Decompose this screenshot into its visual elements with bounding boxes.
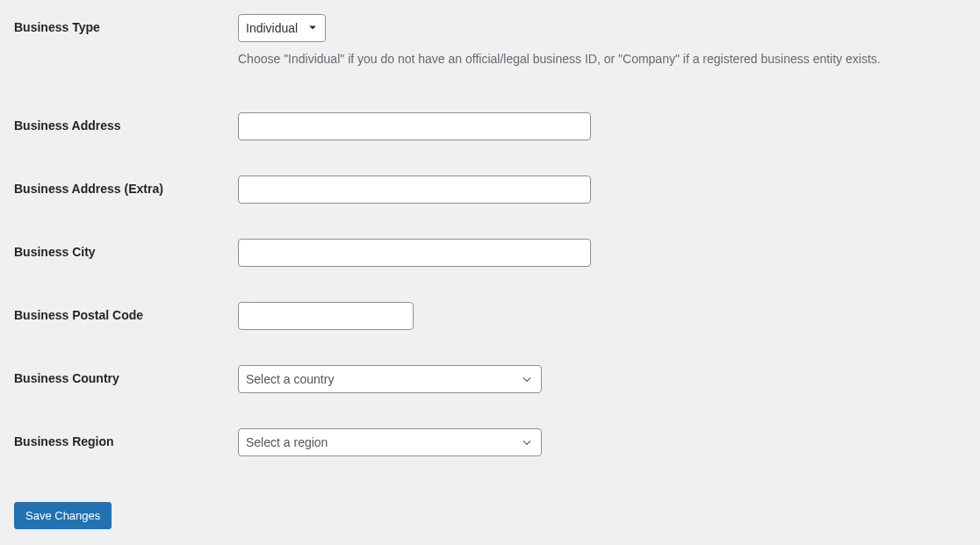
business-postal-code-row: Business Postal Code xyxy=(14,302,966,330)
business-city-input[interactable] xyxy=(238,239,591,267)
business-address-label: Business Address xyxy=(14,118,121,133)
business-country-placeholder: Select a country xyxy=(246,372,334,386)
chevron-down-icon xyxy=(520,435,534,449)
save-changes-button[interactable]: Save Changes xyxy=(14,502,112,529)
business-postal-code-label: Business Postal Code xyxy=(14,308,143,322)
business-address-extra-row: Business Address (Extra) xyxy=(14,176,966,204)
business-city-label: Business City xyxy=(14,245,96,259)
business-address-input[interactable] xyxy=(238,112,591,140)
business-region-row: Business Region Select a region xyxy=(14,428,966,456)
business-region-select[interactable]: Select a region xyxy=(238,428,542,456)
business-address-extra-input[interactable] xyxy=(238,176,591,204)
business-region-placeholder: Select a region xyxy=(246,435,328,449)
business-country-label: Business Country xyxy=(14,371,119,385)
business-type-help-text: Choose "Individual" if you do not have a… xyxy=(238,51,966,68)
business-type-row: Business Type Individual Choose "Individ… xyxy=(14,14,966,68)
business-country-row: Business Country Select a country xyxy=(14,365,966,393)
business-city-row: Business City xyxy=(14,239,966,267)
business-region-label: Business Region xyxy=(14,434,114,448)
business-type-select[interactable]: Individual xyxy=(238,14,326,42)
business-type-label: Business Type xyxy=(14,20,100,34)
business-address-row: Business Address xyxy=(14,112,966,140)
business-postal-code-input[interactable] xyxy=(238,302,414,330)
business-country-select[interactable]: Select a country xyxy=(238,365,542,393)
chevron-down-icon xyxy=(520,372,534,386)
business-address-extra-label: Business Address (Extra) xyxy=(14,182,163,196)
